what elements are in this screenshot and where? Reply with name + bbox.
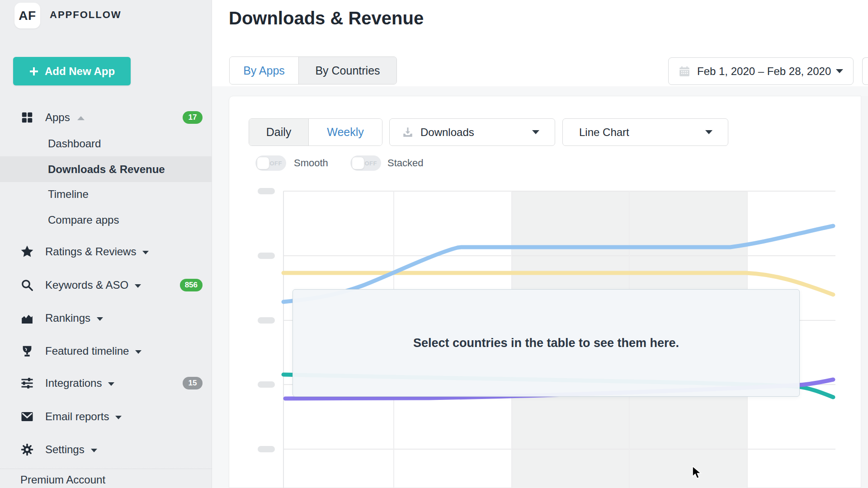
trophy-icon — [20, 344, 34, 358]
toggle-knob — [257, 157, 269, 169]
keywords-count-badge: 856 — [180, 279, 203, 291]
sidebar-item-rankings[interactable]: Rankings — [0, 305, 212, 331]
sidebar-item-compare-apps[interactable]: Compare apps — [0, 207, 212, 233]
period-option-daily[interactable]: Daily — [249, 119, 308, 145]
chart-type-dropdown[interactable]: Line Chart — [562, 118, 728, 146]
sidebar: AF APPFOLLOW Add New App Apps 17 Dashboa… — [0, 0, 212, 488]
chevron-down-icon — [115, 416, 122, 419]
download-icon — [402, 127, 414, 138]
sidebar-item-label: Timeline — [48, 188, 89, 201]
chevron-down-icon — [108, 382, 114, 386]
sidebar-item-downloads-revenue[interactable]: Downloads & Revenue — [0, 156, 212, 182]
sidebar-item-label: Settings — [45, 443, 97, 456]
chevron-down-icon — [705, 130, 712, 134]
chevron-up-icon — [77, 116, 85, 120]
sidebar-item-featured-timeline[interactable]: Featured timeline — [0, 338, 212, 364]
apps-grid-icon — [20, 110, 34, 125]
smooth-toggle[interactable]: OFF — [255, 155, 286, 171]
sliders-icon — [20, 376, 34, 390]
sidebar-item-settings[interactable]: Settings — [0, 437, 212, 462]
smooth-toggle-label: Smooth — [294, 157, 328, 169]
view-tabs: By Apps By Countries — [229, 56, 397, 84]
mouse-cursor — [692, 466, 703, 479]
chevron-down-icon — [135, 284, 141, 288]
chevron-down-icon — [135, 350, 142, 354]
chevron-down-icon — [532, 130, 539, 134]
add-new-app-button[interactable]: Add New App — [13, 57, 131, 85]
premium-account-label[interactable]: Premium Account — [20, 474, 105, 486]
app-logo[interactable]: AF — [14, 3, 40, 28]
toggle-knob — [352, 157, 364, 169]
chart-overlay-panel: Select countries in the table to see the… — [292, 289, 800, 397]
metric-dropdown[interactable]: Downloads — [389, 118, 555, 146]
sidebar-item-label: Dashboard — [48, 137, 101, 150]
stacked-toggle[interactable]: OFF — [350, 155, 381, 171]
sidebar-item-ratings-reviews[interactable]: Ratings & Reviews — [0, 239, 212, 264]
rankings-chart-icon — [20, 311, 34, 325]
period-segmented-control: Daily Weekly — [249, 118, 382, 146]
date-range-text: Feb 1, 2020 – Feb 28, 2020 — [697, 65, 831, 78]
page-title: Downloads & Revenue — [229, 8, 424, 28]
sidebar-item-email-reports[interactable]: Email reports — [0, 404, 212, 429]
sidebar-item-dashboard[interactable]: Dashboard — [0, 131, 212, 156]
calendar-icon — [679, 66, 690, 77]
clipped-button-fragment — [862, 57, 868, 85]
chart-overlay-message: Select countries in the table to see the… — [413, 336, 679, 350]
date-range-picker[interactable]: Feb 1, 2020 – Feb 28, 2020 — [668, 57, 854, 85]
brand-name: APPFOLLOW — [50, 9, 122, 21]
logo-text: AF — [19, 9, 36, 23]
chevron-down-icon — [97, 317, 103, 321]
search-icon — [20, 278, 34, 292]
add-new-app-label: Add New App — [45, 65, 115, 78]
period-option-weekly[interactable]: Weekly — [308, 119, 382, 145]
sidebar-item-label: Rankings — [45, 312, 103, 324]
stacked-toggle-label: Stacked — [387, 157, 424, 169]
sidebar-item-timeline[interactable]: Timeline — [0, 182, 212, 207]
metric-dropdown-value: Downloads — [420, 126, 474, 139]
chevron-down-icon — [142, 251, 149, 254]
sidebar-item-label: Compare apps — [48, 214, 119, 226]
sidebar-divider — [0, 469, 212, 469]
chart-type-dropdown-value: Line Chart — [579, 126, 629, 139]
toggle-off-label: OFF — [365, 160, 377, 167]
integrations-count-badge: 15 — [183, 377, 203, 389]
sidebar-item-label: Integrations — [45, 377, 114, 389]
apps-count-badge: 17 — [183, 111, 203, 124]
sidebar-item-label: Downloads & Revenue — [48, 163, 165, 176]
gear-icon — [20, 442, 34, 457]
sidebar-item-integrations[interactable]: Integrations 15 — [0, 371, 212, 396]
chevron-down-icon — [91, 449, 97, 452]
yaxis-skeleton-labels — [258, 188, 275, 452]
sidebar-item-label: Ratings & Reviews — [45, 245, 149, 258]
tab-by-countries[interactable]: By Countries — [298, 57, 396, 84]
plus-icon — [29, 66, 39, 76]
sidebar-item-label: Email reports — [45, 410, 122, 423]
sidebar-item-label: Keywords & ASO — [45, 279, 141, 291]
envelope-icon — [20, 409, 34, 424]
chevron-down-icon — [836, 69, 843, 73]
sidebar-item-label: Featured timeline — [45, 345, 142, 357]
toggle-off-label: OFF — [270, 160, 283, 167]
sidebar-item-keywords-aso[interactable]: Keywords & ASO 856 — [0, 272, 212, 298]
appfollow-downloads-revenue-screen: AF APPFOLLOW Add New App Apps 17 Dashboa… — [0, 0, 868, 488]
sidebar-item-label: Apps — [45, 111, 85, 124]
tab-by-apps[interactable]: By Apps — [230, 57, 298, 84]
star-icon — [20, 244, 34, 259]
sidebar-item-apps[interactable]: Apps 17 — [0, 105, 212, 130]
